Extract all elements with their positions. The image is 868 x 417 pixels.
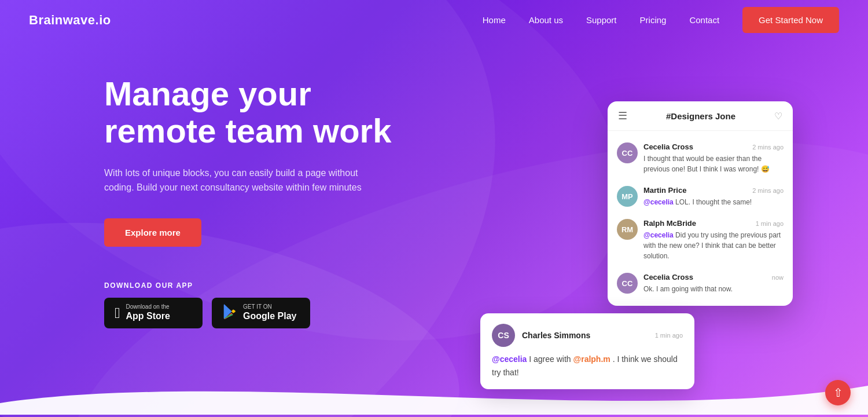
charles-mention-ralph: @ralph.m [573, 354, 610, 364]
msg-name-3: Ralph McBride [643, 219, 696, 228]
google-play-button[interactable]: GET IT ON Google Play [212, 298, 310, 328]
charles-mention-cecelia: @cecelia [492, 354, 527, 364]
hero-content: Manage your remote team work With lots o… [104, 75, 428, 328]
hero-title: Manage your remote team work [104, 75, 428, 149]
msg-name-4: Cecelia Cross [643, 273, 693, 281]
msg-time-1: 2 mins ago [752, 144, 784, 151]
download-buttons:  Download on the App Store [104, 298, 428, 328]
avatar-martin: MP [617, 186, 638, 207]
msg-name-1: Cecelia Cross [643, 142, 693, 151]
chat-message-1: CC Cecelia Cross 2 mins ago I thought th… [608, 137, 793, 180]
nav-contact[interactable]: Contact [689, 15, 719, 25]
charles-text-mid: I agree with [529, 354, 573, 364]
chat-message-3: RM Ralph McBride 1 min ago @cecelia Did … [608, 213, 793, 267]
bell-icon: ♡ [774, 111, 782, 122]
apple-icon:  [115, 304, 120, 322]
chevron-up-icon: ⇧ [833, 386, 843, 400]
charles-bubble: CS Charles Simmons 1 min ago @cecelia I … [480, 313, 694, 389]
msg-text-4: Ok. I am going with that now. [643, 284, 784, 294]
scroll-up-button[interactable]: ⇧ [825, 380, 851, 405]
chat-messages: CC Cecelia Cross 2 mins ago I thought th… [608, 131, 793, 306]
nav-support[interactable]: Support [586, 15, 617, 25]
chat-channel-title: #Designers Jone [666, 111, 735, 121]
hero-section: const dg = document.currentScript.parent… [0, 0, 868, 417]
charles-avatar: CS [492, 324, 515, 347]
google-play-small-text: GET IT ON [243, 303, 296, 310]
charles-message-text: @cecelia I agree with @ralph.m . I think… [492, 353, 683, 379]
get-started-button[interactable]: Get Started Now [742, 7, 839, 33]
msg-text-1: I thought that would be easier than the … [643, 153, 784, 174]
avatar-cecelia-2: CC [617, 273, 638, 294]
download-section: DOWNLOAD OUR APP  Download on the App S… [104, 281, 428, 328]
msg-text-3: @cecelia Did you try using the previous … [643, 230, 784, 261]
download-label: DOWNLOAD OUR APP [104, 281, 428, 290]
mention-cecelia-2: @cecelia [643, 231, 674, 239]
msg-name-2: Martin Price [643, 186, 686, 195]
explore-more-button[interactable]: Explore more [104, 218, 201, 247]
avatar-cecelia: CC [617, 142, 638, 163]
app-store-small-text: Download on the [126, 303, 170, 310]
chat-message-4: CC Cecelia Cross now Ok. I am going with… [608, 267, 793, 300]
msg-time-4: now [772, 274, 784, 281]
app-store-button[interactable]:  Download on the App Store [104, 298, 203, 328]
mention-cecelia-1: @cecelia [643, 198, 674, 206]
google-play-big-text: Google Play [243, 310, 296, 323]
nav-about[interactable]: About us [529, 15, 563, 25]
nav-links: Home About us Support Pricing Contact Ge… [483, 15, 839, 25]
chat-header: ☰ #Designers Jone ♡ [608, 101, 793, 131]
nav-pricing[interactable]: Pricing [640, 15, 667, 25]
charles-time: 1 min ago [655, 332, 683, 339]
app-store-big-text: App Store [126, 310, 170, 323]
navbar: Brainwave.io Home About us Support Prici… [0, 0, 868, 41]
charles-name: Charles Simmons [522, 331, 590, 340]
nav-home[interactable]: Home [483, 15, 506, 25]
charles-header: CS Charles Simmons 1 min ago [492, 324, 683, 347]
msg-time-3: 1 min ago [756, 220, 784, 227]
wave-bottom [0, 368, 868, 417]
chat-message-2: MP Martin Price 2 mins ago @cecelia LOL.… [608, 180, 793, 213]
brand-logo: Brainwave.io [29, 13, 111, 28]
chat-mockup: ☰ #Designers Jone ♡ CC Cecelia Cross 2 m… [608, 101, 793, 306]
msg-time-2: 2 mins ago [752, 187, 784, 194]
google-play-icon [222, 304, 237, 322]
hero-subtitle: With lots of unique blocks, you can easi… [104, 166, 382, 195]
avatar-ralph: RM [617, 219, 638, 240]
menu-icon: ☰ [618, 109, 627, 122]
msg-text-2: @cecelia LOL. I thought the same! [643, 197, 784, 207]
